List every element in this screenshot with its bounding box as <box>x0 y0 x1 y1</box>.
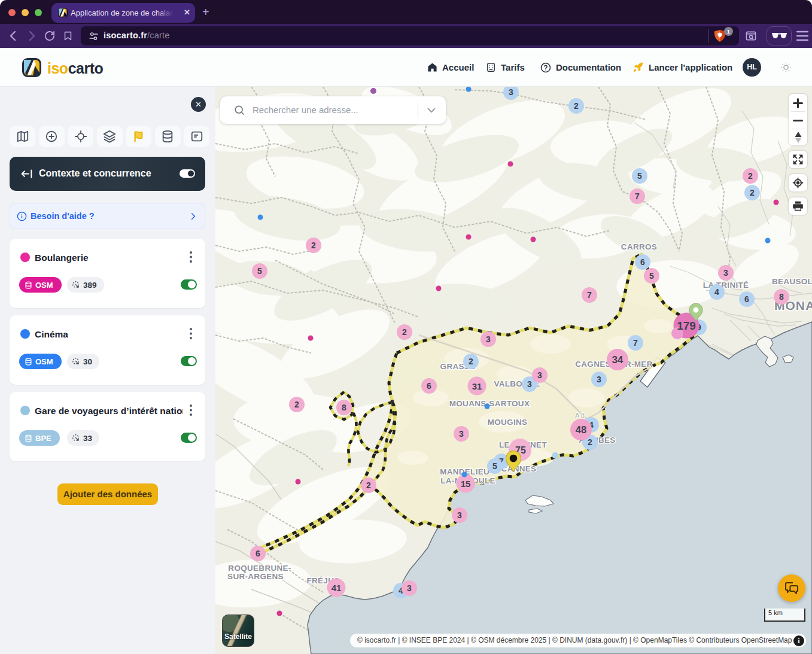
svg-text:41: 41 <box>332 583 342 593</box>
svg-text:CARROS: CARROS <box>621 242 657 251</box>
svg-text:48: 48 <box>576 424 586 435</box>
svg-text:2: 2 <box>469 357 473 366</box>
svg-text:7: 7 <box>635 191 640 201</box>
svg-text:SUR-ARGENS: SUR-ARGENS <box>227 572 284 581</box>
svg-text:5: 5 <box>492 461 497 471</box>
svg-text:15: 15 <box>461 479 471 489</box>
svg-text:3: 3 <box>723 268 728 278</box>
svg-text:2: 2 <box>574 101 579 111</box>
svg-text:2: 2 <box>366 480 371 490</box>
svg-text:A 8: A 8 <box>575 412 585 419</box>
svg-text:4: 4 <box>714 287 719 297</box>
svg-text:3: 3 <box>407 583 412 593</box>
svg-text:7: 7 <box>587 290 592 300</box>
svg-text:ROQUEBRUNE-: ROQUEBRUNE- <box>228 564 291 573</box>
svg-text:2: 2 <box>294 400 299 409</box>
svg-text:2: 2 <box>748 171 753 181</box>
svg-text:5: 5 <box>257 266 262 276</box>
svg-text:3: 3 <box>459 429 464 439</box>
svg-text:3: 3 <box>537 370 542 380</box>
svg-text:2: 2 <box>311 241 316 250</box>
svg-text:8: 8 <box>342 403 346 412</box>
svg-text:31: 31 <box>472 381 482 391</box>
svg-text:2: 2 <box>588 437 592 447</box>
svg-text:3: 3 <box>457 510 462 520</box>
svg-text:34: 34 <box>612 354 624 365</box>
svg-text:5: 5 <box>637 171 642 181</box>
svg-text:LA TRINITÉ: LA TRINITÉ <box>703 281 749 290</box>
svg-text:3: 3 <box>597 375 601 384</box>
svg-text:7: 7 <box>633 338 638 348</box>
svg-text:8: 8 <box>779 292 784 302</box>
svg-text:3: 3 <box>509 87 513 97</box>
svg-text:2: 2 <box>402 327 407 337</box>
svg-text:2: 2 <box>750 188 755 197</box>
svg-text:179: 179 <box>677 320 696 332</box>
svg-text:BEAUSOLEIL: BEAUSOLEIL <box>772 277 812 286</box>
svg-text:6: 6 <box>640 257 645 267</box>
svg-text:6: 6 <box>256 549 260 558</box>
svg-text:6: 6 <box>744 294 749 304</box>
svg-text:3: 3 <box>527 379 532 389</box>
svg-text:MOUGINS: MOUGINS <box>488 418 528 427</box>
svg-text:6: 6 <box>427 381 431 391</box>
svg-text:5: 5 <box>649 271 654 281</box>
svg-text:3: 3 <box>486 334 491 344</box>
